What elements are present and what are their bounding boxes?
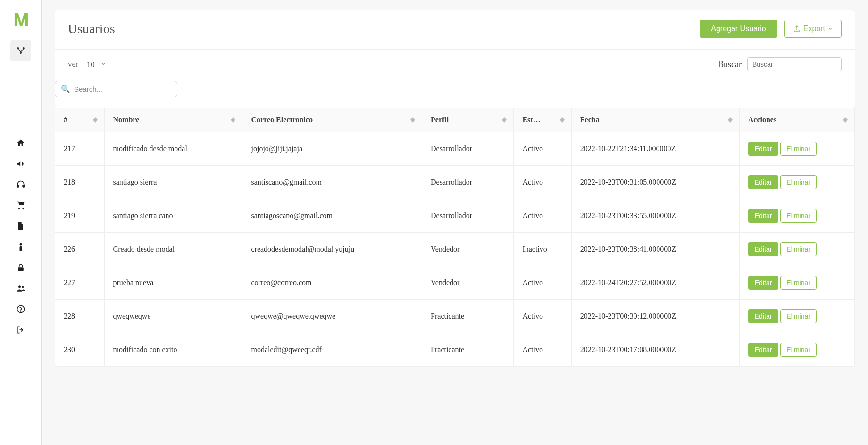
cell-perfil: Practicante — [422, 333, 514, 367]
column-header-estado[interactable]: Est… — [514, 108, 571, 132]
nav-cart-icon[interactable] — [10, 197, 31, 214]
cell-acciones: EditarEliminar — [739, 300, 854, 333]
cell-id: 226 — [55, 233, 104, 266]
cell-perfil: Desarrollador — [422, 166, 514, 199]
cell-correo: qweqwe@qweqwe.qweqwe — [242, 300, 422, 333]
svg-point-5 — [19, 243, 22, 246]
column-header-acciones[interactable]: Acciones — [739, 108, 854, 132]
nav-bullhorn-icon[interactable] — [10, 155, 31, 172]
sidebar: M — [0, 0, 42, 445]
cell-estado: Activo — [514, 132, 571, 166]
sort-icon — [93, 117, 98, 123]
cell-fecha: 2022-10-22T21:34:11.000000Z — [571, 132, 739, 166]
logo: M — [13, 9, 27, 31]
cell-acciones: EditarEliminar — [739, 333, 854, 367]
cell-id: 227 — [55, 266, 104, 300]
table-row: 217modificado desde modaljojojo@jiji.jaj… — [55, 132, 854, 166]
cell-correo: santiscano@gmail.com — [242, 166, 422, 199]
column-header-fecha[interactable]: Fecha — [571, 108, 739, 132]
nav-lock-icon[interactable] — [10, 259, 31, 276]
column-header-nombre[interactable]: Nombre — [104, 108, 242, 132]
ver-label: ver — [68, 59, 78, 69]
upload-icon — [793, 25, 801, 33]
cell-perfil: Vendedor — [422, 233, 514, 266]
svg-point-10 — [20, 311, 21, 311]
cell-correo: correo@correo.com — [242, 266, 422, 300]
delete-button[interactable]: Eliminar — [780, 309, 817, 323]
cell-nombre: santiago sierra — [104, 166, 242, 199]
edit-button[interactable]: Editar — [748, 309, 779, 323]
edit-button[interactable]: Editar — [748, 343, 779, 357]
edit-button[interactable]: Editar — [748, 175, 779, 189]
buscar-input[interactable] — [747, 57, 842, 71]
cell-perfil: Vendedor — [422, 266, 514, 300]
export-button-label: Export — [803, 25, 825, 33]
sort-icon — [410, 117, 415, 123]
cell-fecha: 2022-10-23T00:33:55.000000Z — [571, 199, 739, 233]
add-user-button[interactable]: Agregar Usuario — [700, 20, 777, 38]
cell-fecha: 2022-10-23T00:17:08.000000Z — [571, 333, 739, 367]
nav-users-icon[interactable] — [10, 280, 31, 297]
cell-correo: modaledit@qweeqr.cdf — [242, 333, 422, 367]
search-input[interactable] — [74, 85, 171, 93]
table-row: 230modificado con exitomodaledit@qweeqr.… — [55, 333, 854, 367]
sort-icon — [843, 117, 848, 123]
svg-point-7 — [18, 285, 21, 288]
cell-acciones: EditarEliminar — [739, 233, 854, 266]
table-row: 227prueba nuevacorreo@correo.comVendedor… — [55, 266, 854, 300]
cell-estado: Inactivo — [514, 233, 571, 266]
delete-button[interactable]: Eliminar — [780, 209, 817, 223]
column-header-correo[interactable]: Correo Electronico — [242, 108, 422, 132]
delete-button[interactable]: Eliminar — [780, 142, 817, 156]
cell-estado: Activo — [514, 199, 571, 233]
cell-id: 219 — [55, 199, 104, 233]
cell-acciones: EditarEliminar — [739, 132, 854, 166]
column-header-id[interactable]: # — [55, 108, 104, 132]
cell-id: 217 — [55, 132, 104, 166]
export-button[interactable]: Export — [784, 20, 842, 38]
nav-logout-icon[interactable] — [10, 321, 31, 338]
table-row: 228qweqweqweqweqwe@qweqwe.qweqwePractica… — [55, 300, 854, 333]
svg-point-8 — [22, 286, 24, 288]
table-row: 218santiago sierrasantiscano@gmail.comDe… — [55, 166, 854, 199]
cell-fecha: 2022-10-23T00:38:41.000000Z — [571, 233, 739, 266]
cell-fecha: 2022-10-24T20:27:52.000000Z — [571, 266, 739, 300]
svg-rect-3 — [17, 185, 18, 187]
cell-nombre: Creado desde modal — [104, 233, 242, 266]
edit-button[interactable]: Editar — [748, 142, 779, 156]
cell-id: 218 — [55, 166, 104, 199]
cell-perfil: Desarrollador — [422, 132, 514, 166]
delete-button[interactable]: Eliminar — [780, 175, 817, 189]
cell-id: 230 — [55, 333, 104, 367]
cell-correo: creadodesdemodal@modal.yujuju — [242, 233, 422, 266]
users-table: # Nombre Correo Electronico Perfil Est… … — [55, 108, 854, 367]
nav-icon-workflow[interactable] — [10, 40, 31, 61]
svg-point-1 — [22, 47, 24, 49]
nav-document-icon[interactable] — [10, 218, 31, 235]
delete-button[interactable]: Eliminar — [780, 242, 817, 256]
edit-button[interactable]: Editar — [748, 276, 779, 290]
page-size-select[interactable]: 10 — [87, 60, 106, 69]
cell-perfil: Desarrollador — [422, 199, 514, 233]
delete-button[interactable]: Eliminar — [780, 343, 817, 357]
edit-button[interactable]: Editar — [748, 209, 779, 223]
sort-icon — [728, 117, 733, 123]
edit-button[interactable]: Editar — [748, 242, 779, 256]
nav-person-icon[interactable] — [10, 238, 31, 255]
chevron-down-icon — [828, 26, 833, 31]
nav-headset-icon[interactable] — [10, 176, 31, 193]
cell-acciones: EditarEliminar — [739, 266, 854, 300]
nav-help-icon[interactable] — [10, 301, 31, 318]
cell-perfil: Practicante — [422, 300, 514, 333]
nav-home-icon[interactable] — [10, 134, 31, 151]
buscar-label: Buscar — [718, 59, 742, 69]
cell-nombre: qweqweqwe — [104, 300, 242, 333]
main-content: Usuarios Agregar Usuario Export ver — [42, 0, 868, 445]
cell-estado: Activo — [514, 266, 571, 300]
cell-fecha: 2022-10-23T00:30:12.000000Z — [571, 300, 739, 333]
cell-acciones: EditarEliminar — [739, 199, 854, 233]
delete-button[interactable]: Eliminar — [780, 276, 817, 290]
column-header-perfil[interactable]: Perfil — [422, 108, 514, 132]
table-row: 219santiago sierra canosantiagoscano@gma… — [55, 199, 854, 233]
page-title: Usuarios — [68, 21, 115, 36]
